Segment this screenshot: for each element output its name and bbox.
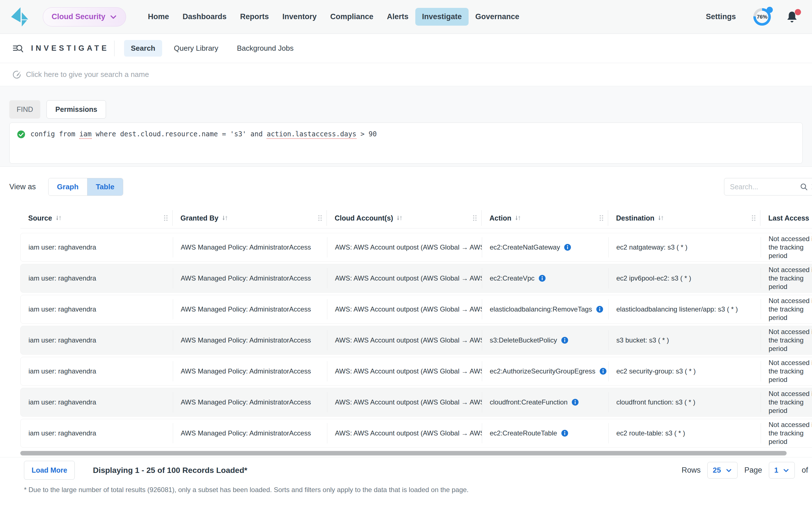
horizontal-scrollbar[interactable] [20,451,786,455]
column-label: Last Access [768,214,809,222]
info-icon[interactable] [561,430,568,437]
query-tabs: FIND Permissions [9,100,803,119]
nav-item-investigate[interactable]: Investigate [415,8,469,25]
query-type-button[interactable]: Permissions [47,100,106,119]
info-icon[interactable] [564,244,571,251]
destination-text: ec2 ipv6pool-ec2: s3 ( * ) [616,274,691,282]
column-header-cloud-account-s[interactable]: Cloud Account(s) [327,208,481,228]
column-label: Destination [616,214,654,222]
nav-item-governance[interactable]: Governance [469,8,526,25]
column-header-last-access[interactable]: Last Access [760,208,812,228]
cell-cloud-account: AWS: AWS Account outpost (AWS Global → A… [327,419,482,447]
sort-icon[interactable] [396,214,403,222]
main-nav: HomeDashboardsReportsInventoryCompliance… [141,8,526,25]
tab-search[interactable]: Search [124,40,162,57]
results-footnote: * Due to the large number of total resul… [24,486,801,494]
sort-icon[interactable] [657,214,665,222]
cell-source: iam user: raghavendra [20,264,173,292]
destination-text: elasticloadbalancing listener/app: s3 ( … [616,305,738,313]
info-icon[interactable] [571,399,579,406]
column-header-source[interactable]: Source [20,208,172,228]
drag-handle[interactable] [164,215,168,221]
action-text: ec2:CreateRouteTable [490,429,557,437]
cell-granted-by: AWS Managed Policy: AdministratorAccess [173,419,327,447]
destination-text: ec2 route-table: s3 ( * ) [616,429,685,437]
sort-icon[interactable] [514,214,522,222]
settings-button[interactable]: Settings [706,12,736,21]
product-switcher[interactable]: Cloud Security [43,7,126,26]
table-row[interactable]: iam user: raghavendraAWS Managed Policy:… [20,295,812,324]
nav-item-alerts[interactable]: Alerts [380,8,415,25]
last-access-text: Not accessed in the tracking period [769,358,812,384]
sort-icon [221,214,229,222]
cell-granted-by: AWS Managed Policy: AdministratorAccess [173,264,327,292]
sort-icon[interactable] [55,214,62,222]
query-token: where dest.cloud.resource.name = 's3' an… [92,130,267,138]
cloud-account-text: AWS: AWS Account outpost (AWS Global → A… [335,367,482,375]
query-editor[interactable]: config from iam where dest.cloud.resourc… [9,122,803,164]
investigate-subheader: INVESTIGATE SearchQuery LibraryBackgroun… [0,34,812,63]
table-row[interactable]: iam user: raghavendraAWS Managed Policy:… [20,357,812,386]
query-valid-check-icon [17,130,26,138]
table-row[interactable]: iam user: raghavendraAWS Managed Policy:… [20,326,812,355]
search-icon[interactable] [800,183,808,191]
notifications-button[interactable] [785,10,799,23]
table-search-input[interactable] [729,182,797,191]
cell-cloud-account: AWS: AWS Account outpost (AWS Global → A… [327,326,482,354]
load-more-button[interactable]: Load More [24,461,75,480]
info-icon[interactable] [539,275,546,282]
drag-handle[interactable] [752,215,756,221]
info-icon[interactable] [596,305,603,313]
tab-query-library[interactable]: Query Library [167,40,225,57]
clear-search-icon[interactable] [811,183,812,190]
column-header-destination[interactable]: Destination [608,208,760,228]
table-row[interactable]: iam user: raghavendraAWS Managed Policy:… [20,233,812,262]
column-header-action[interactable]: Action [481,208,608,228]
cell-destination: ec2 route-table: s3 ( * ) [608,419,761,447]
action-text: s3:DeleteBucketPolicy [490,336,557,344]
results-table: SourceGranted ByCloud Account(s)ActionDe… [20,208,812,448]
info-icon [571,399,579,406]
page-select[interactable]: 1 [769,462,795,478]
info-icon[interactable] [561,337,568,344]
table-row[interactable]: iam user: raghavendraAWS Managed Policy:… [20,264,812,293]
granted-by-text: AWS Managed Policy: AdministratorAccess [181,274,311,282]
granted-by-text: AWS Managed Policy: AdministratorAccess [181,429,311,437]
column-label: Cloud Account(s) [335,214,393,222]
drag-handle-icon [318,215,322,221]
rows-label: Rows [682,466,701,474]
info-icon [596,305,603,313]
cell-cloud-account: AWS: AWS Account outpost (AWS Global → A… [327,295,482,323]
search-name-field[interactable]: Click here to give your search a name [0,63,812,86]
top-nav: Cloud Security HomeDashboardsReportsInve… [0,0,812,34]
brand-logo-icon [11,6,32,27]
usage-progress-ring[interactable]: 76% [753,8,771,25]
nav-item-dashboards[interactable]: Dashboards [176,8,234,25]
drag-handle[interactable] [473,215,477,221]
cell-source: iam user: raghavendra [20,388,173,416]
last-access-text: Not accessed in the tracking period [769,297,812,322]
nav-item-inventory[interactable]: Inventory [276,8,324,25]
drag-handle[interactable] [599,215,604,221]
source-text: iam user: raghavendra [29,367,96,375]
nav-item-home[interactable]: Home [141,8,176,25]
view-toggle-graph[interactable]: Graph [49,178,87,195]
info-icon[interactable] [599,368,607,375]
cloud-account-text: AWS: AWS Account outpost (AWS Global → A… [335,305,482,313]
cell-last-access: Not accessed in the tracking period [761,233,812,262]
of-label: of [802,466,808,474]
rows-per-page-select[interactable]: 25 [707,462,738,478]
product-switcher-label: Cloud Security [52,12,105,21]
cell-action: ec2:CreateNatGateway [482,233,608,262]
view-toggle-table[interactable]: Table [87,178,123,195]
drag-handle[interactable] [318,215,322,221]
table-row[interactable]: iam user: raghavendraAWS Managed Policy:… [20,388,812,416]
nav-item-reports[interactable]: Reports [234,8,276,25]
find-label: FIND [9,100,40,119]
table-row[interactable]: iam user: raghavendraAWS Managed Policy:… [20,419,812,448]
tab-background-jobs[interactable]: Background Jobs [230,40,300,57]
nav-item-compliance[interactable]: Compliance [323,8,380,25]
column-header-granted-by[interactable]: Granted By [172,208,327,228]
sort-icon[interactable] [221,214,229,222]
drag-handle-icon [752,215,756,221]
